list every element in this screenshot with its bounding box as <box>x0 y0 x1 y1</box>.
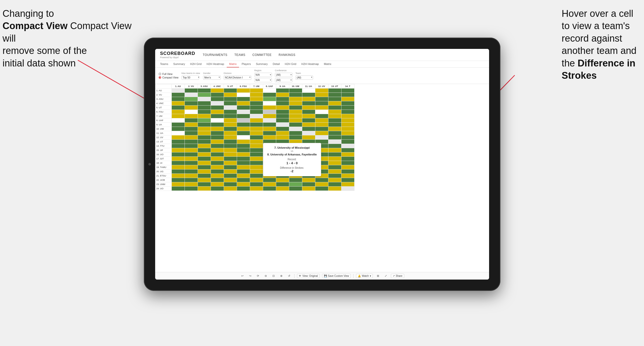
matrix-cell[interactable] <box>171 182 185 187</box>
matrix-cell[interactable] <box>211 123 224 127</box>
matrix-cell[interactable] <box>328 165 341 169</box>
matrix-cell[interactable] <box>263 106 276 110</box>
matrix-cell[interactable] <box>276 131 289 135</box>
matrix-cell[interactable] <box>185 101 198 106</box>
matrix-cell[interactable] <box>237 161 250 165</box>
matrix-cell[interactable] <box>263 101 276 106</box>
matrix-cell[interactable] <box>211 187 224 191</box>
matrix-cell[interactable] <box>237 187 250 191</box>
matrix-cell[interactable] <box>171 110 185 114</box>
matrix-cell[interactable] <box>237 144 250 148</box>
matrix-cell[interactable] <box>263 135 276 140</box>
matrix-cell[interactable] <box>185 165 198 169</box>
matrix-cell[interactable] <box>224 101 237 106</box>
matrix-cell[interactable] <box>276 118 289 123</box>
matrix-cell[interactable] <box>171 148 185 152</box>
matrix-cell[interactable] <box>328 178 341 182</box>
matrix-cell[interactable] <box>250 144 263 148</box>
tab-summary[interactable]: Summary <box>171 61 188 67</box>
matrix-cell[interactable] <box>302 118 315 123</box>
matrix-cell[interactable] <box>171 161 185 165</box>
matrix-cell[interactable] <box>185 114 198 118</box>
matrix-cell[interactable] <box>211 152 224 157</box>
matrix-cell[interactable] <box>224 118 237 123</box>
matrix-cell[interactable] <box>276 123 289 127</box>
matrix-cell[interactable] <box>250 157 263 161</box>
matrix-cell[interactable] <box>224 97 237 101</box>
matrix-cell[interactable] <box>224 89 237 93</box>
matrix-cell[interactable] <box>263 93 276 97</box>
matrix-cell[interactable] <box>341 93 354 97</box>
matrix-cell[interactable] <box>198 123 211 127</box>
matrix-cell[interactable] <box>237 127 250 131</box>
full-view-option[interactable]: Full View <box>159 73 179 75</box>
gender-select[interactable]: Men's <box>203 75 221 80</box>
matrix-cell[interactable] <box>237 110 250 114</box>
matrix-cell[interactable] <box>328 93 341 97</box>
matrix-cell[interactable] <box>250 169 263 174</box>
matrix-cell[interactable] <box>171 169 185 174</box>
matrix-cell[interactable] <box>328 187 341 191</box>
matrix-cell[interactable] <box>341 131 354 135</box>
matrix-cell[interactable] <box>198 161 211 165</box>
matrix-cell[interactable] <box>302 110 315 114</box>
matrix-cell[interactable] <box>341 101 354 106</box>
matrix-cell[interactable] <box>237 93 250 97</box>
matrix-cell[interactable] <box>237 178 250 182</box>
matrix-cell[interactable] <box>185 178 198 182</box>
matrix-cell[interactable] <box>224 135 237 140</box>
matrix-cell[interactable] <box>315 178 328 182</box>
division-select[interactable]: NCAA Division I <box>224 75 251 80</box>
matrix-cell[interactable] <box>224 123 237 127</box>
matrix-cell[interactable] <box>198 144 211 148</box>
matrix-cell[interactable] <box>198 127 211 131</box>
matrix-cell[interactable] <box>263 182 276 187</box>
save-custom-button[interactable]: 💾 Save Custom View <box>322 274 351 278</box>
matrix-cell[interactable] <box>302 178 315 182</box>
matrix-cell[interactable] <box>198 97 211 101</box>
matrix-cell[interactable] <box>250 89 263 93</box>
matrix-cell[interactable] <box>341 114 354 118</box>
matrix-cell[interactable] <box>289 89 302 93</box>
matrix-cell[interactable] <box>185 157 198 161</box>
matrix-cell[interactable] <box>276 101 289 106</box>
matrix-cell[interactable] <box>211 165 224 169</box>
tab-players[interactable]: Players <box>239 61 253 67</box>
matrix-cell[interactable] <box>315 135 328 140</box>
matrix-cell[interactable] <box>328 174 341 178</box>
matrix-cell[interactable] <box>198 114 211 118</box>
nav-committee[interactable]: COMMITTEE <box>252 53 272 57</box>
matrix-cell[interactable] <box>328 106 341 110</box>
matrix-cell[interactable] <box>315 106 328 110</box>
matrix-cell[interactable] <box>224 165 237 169</box>
matrix-cell[interactable] <box>328 144 341 148</box>
matrix-cell[interactable] <box>171 174 185 178</box>
matrix-cell[interactable] <box>237 165 250 169</box>
matrix-cell[interactable] <box>198 135 211 140</box>
matrix-cell[interactable] <box>328 89 341 93</box>
refresh-button[interactable]: ↺ <box>286 274 292 278</box>
matrix-cell[interactable] <box>198 178 211 182</box>
matrix-cell[interactable] <box>276 89 289 93</box>
matrix-cell[interactable] <box>328 140 341 144</box>
matrix-cell[interactable] <box>289 114 302 118</box>
matrix-cell[interactable] <box>211 97 224 101</box>
matrix-cell[interactable] <box>237 114 250 118</box>
matrix-cell[interactable] <box>315 118 328 123</box>
matrix-cell[interactable] <box>276 110 289 114</box>
matrix-cell[interactable] <box>289 187 302 191</box>
matrix-cell[interactable] <box>198 182 211 187</box>
matrix-cell[interactable] <box>302 182 315 187</box>
matrix-cell[interactable] <box>263 89 276 93</box>
matrix-cell[interactable] <box>185 144 198 148</box>
matrix-cell[interactable] <box>198 140 211 144</box>
matrix-cell[interactable] <box>341 110 354 114</box>
matrix-cell[interactable] <box>237 182 250 187</box>
matrix-cell[interactable] <box>211 101 224 106</box>
matrix-cell[interactable] <box>198 93 211 97</box>
matrix-cell[interactable] <box>237 118 250 123</box>
matrix-cell[interactable] <box>224 187 237 191</box>
matrix-cell[interactable] <box>341 140 354 144</box>
matrix-cell[interactable] <box>263 187 276 191</box>
matrix-cell[interactable] <box>250 106 263 110</box>
